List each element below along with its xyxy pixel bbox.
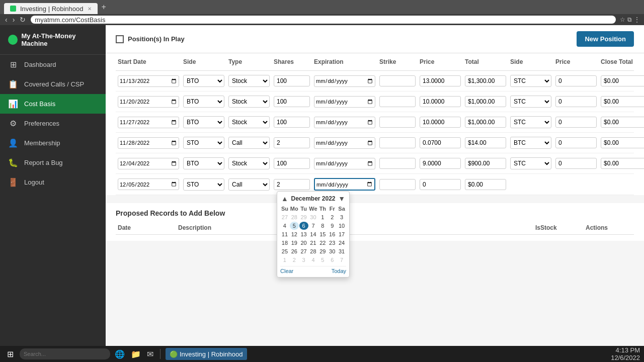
calendar-day[interactable]: 27 <box>299 247 308 255</box>
cell-side2[interactable]: BTCSTC <box>508 136 553 150</box>
total-input[interactable] <box>465 96 506 107</box>
cell-contracts[interactable] <box>272 136 312 149</box>
bookmark-icon[interactable]: ☆ <box>620 16 625 23</box>
cell-expiration[interactable] <box>312 116 377 129</box>
sidebar-item-preferences[interactable]: ⚙ Preferences <box>0 114 106 133</box>
calendar-day[interactable]: 12 <box>290 230 299 238</box>
calendar-day[interactable]: 7 <box>309 222 318 230</box>
cell-expiration[interactable] <box>312 95 377 109</box>
cell-side[interactable]: BTOSTO <box>181 95 226 109</box>
calendar-day[interactable]: 5 <box>318 256 327 264</box>
calendar-day[interactable]: 17 <box>337 230 346 238</box>
calendar-day[interactable]: 8 <box>318 222 327 230</box>
calendar-day[interactable]: 16 <box>328 230 337 238</box>
sidebar-item-cost-basis[interactable]: 📊 Cost Basis <box>0 94 106 114</box>
close-total-input[interactable] <box>601 117 644 128</box>
calendar-day[interactable]: 19 <box>290 239 299 247</box>
shares-input[interactable] <box>274 75 310 86</box>
calendar-today-button[interactable]: Today <box>332 268 346 274</box>
expiration-input[interactable] <box>314 75 375 87</box>
calendar-day[interactable]: 3 <box>337 213 346 221</box>
calendar-day[interactable]: 22 <box>318 239 327 247</box>
calendar-day[interactable]: 29 <box>318 247 327 255</box>
cell-price2[interactable] <box>553 74 599 87</box>
cell-strike[interactable] <box>377 178 418 191</box>
type-select[interactable]: CallStockPut <box>228 178 270 191</box>
calendar-day[interactable]: 4 <box>280 222 289 230</box>
cell-expiration[interactable] <box>312 74 377 88</box>
url-box[interactable]: myatmm.com/CostBasis <box>31 16 616 24</box>
price2-input[interactable] <box>555 96 597 107</box>
side2-select[interactable]: STCBTC <box>510 116 551 128</box>
type-select[interactable]: StockCallPut <box>228 157 270 169</box>
cell-expiration[interactable] <box>312 177 377 192</box>
calendar-day[interactable]: 5 <box>290 222 299 230</box>
taskbar-mail-icon[interactable]: ✉ <box>145 349 155 359</box>
start-date-input[interactable] <box>118 158 179 169</box>
cell-close-total[interactable] <box>599 116 644 129</box>
price2-input[interactable] <box>555 137 597 148</box>
cell-side[interactable]: STOBTO <box>181 177 226 192</box>
cell-start-date[interactable] <box>116 95 181 109</box>
side-select[interactable]: BTOSTO <box>183 96 224 108</box>
cell-total[interactable] <box>463 95 508 108</box>
strike-input[interactable] <box>379 96 416 107</box>
cell-price[interactable] <box>418 74 463 87</box>
cell-type[interactable]: CallStockPut <box>226 177 272 192</box>
active-tab[interactable]: Investing | Robinhood ✕ <box>4 3 98 14</box>
calendar-day[interactable]: 10 <box>337 222 346 230</box>
calendar-day[interactable]: 18 <box>280 239 289 247</box>
side-select[interactable]: STOBTO <box>183 178 224 191</box>
cell-side[interactable]: STOBTO <box>181 136 226 150</box>
side-select[interactable]: BTOSTO <box>183 75 224 87</box>
cell-side[interactable]: BTOSTO <box>181 115 226 129</box>
extension-icon[interactable]: ⧉ <box>627 16 632 23</box>
cell-total[interactable] <box>463 157 508 170</box>
calendar-day[interactable]: 27 <box>280 213 289 221</box>
cell-price2[interactable] <box>553 95 599 108</box>
tab-close-icon[interactable]: ✕ <box>88 6 92 12</box>
price2-input[interactable] <box>555 158 597 169</box>
taskbar-folder-icon[interactable]: 📁 <box>129 349 142 359</box>
close-total-input[interactable] <box>601 158 644 169</box>
cell-price[interactable] <box>418 95 463 108</box>
type-select[interactable]: StockCallPut <box>228 116 270 128</box>
cell-side[interactable]: BTOSTO <box>181 74 226 88</box>
calendar-day[interactable]: 1 <box>280 256 289 264</box>
side-select[interactable]: BTOSTO <box>183 157 224 169</box>
strike-input[interactable] <box>379 158 416 169</box>
calendar-day[interactable]: 29 <box>299 213 308 221</box>
start-date-input[interactable] <box>118 178 179 190</box>
contracts-input[interactable] <box>274 137 310 148</box>
calendar-next-button[interactable]: ▼ <box>337 195 346 203</box>
calendar-prev-button[interactable]: ▲ <box>280 195 289 203</box>
cell-total[interactable] <box>463 136 508 149</box>
calendar-day[interactable]: 24 <box>337 239 346 247</box>
cell-side2[interactable]: STCBTC <box>508 115 553 129</box>
cell-price[interactable] <box>418 178 463 191</box>
cell-strike[interactable] <box>377 157 418 170</box>
cell-price2[interactable] <box>553 116 599 129</box>
price-input[interactable] <box>420 75 461 86</box>
cell-shares[interactable] <box>272 157 312 170</box>
close-total-input[interactable] <box>601 96 644 107</box>
total-input[interactable] <box>465 75 506 86</box>
calendar-day[interactable]: 20 <box>299 239 308 247</box>
calendar-day[interactable]: 30 <box>328 247 337 255</box>
price-input[interactable] <box>420 158 461 169</box>
start-date-input[interactable] <box>118 117 179 128</box>
type-select[interactable]: StockCallPut <box>228 75 270 87</box>
cell-type[interactable]: StockCallPut <box>226 74 272 88</box>
calendar-day[interactable]: 25 <box>280 247 289 255</box>
calendar-day[interactable]: 21 <box>309 239 318 247</box>
cell-close-total[interactable] <box>599 74 644 87</box>
close-total-input[interactable] <box>601 137 644 148</box>
cell-contracts[interactable] <box>272 178 312 191</box>
cell-start-date[interactable] <box>116 116 181 129</box>
price2-input[interactable] <box>555 75 597 86</box>
taskbar-app-robinhood[interactable]: 🟢 Investing | Robinhood <box>166 348 247 360</box>
cell-type[interactable]: CallStockPut <box>226 136 272 150</box>
cell-start-date[interactable] <box>116 136 181 150</box>
calendar-day[interactable]: 28 <box>309 247 318 255</box>
expiration-input[interactable] <box>314 158 375 169</box>
